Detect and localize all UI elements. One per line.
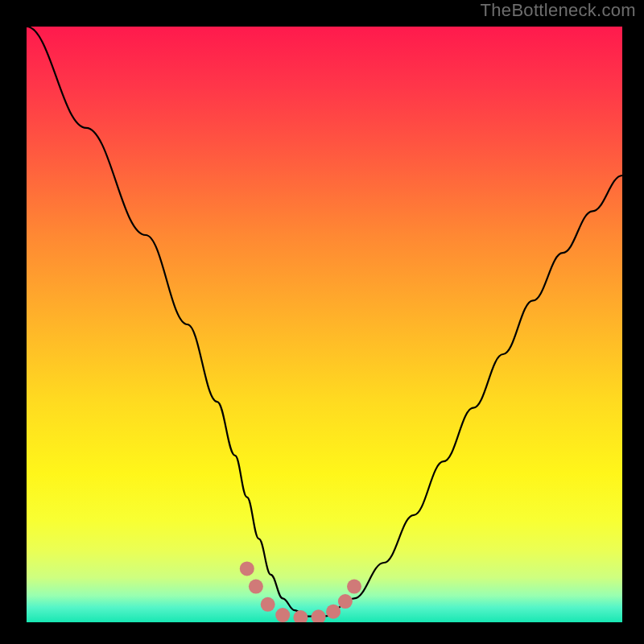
plot-background [27, 27, 622, 622]
curve-marker [338, 594, 353, 609]
curve-marker [249, 580, 263, 594]
curve-marker [261, 597, 275, 612]
curve-marker [240, 561, 254, 576]
watermark-text: TheBottleneck.com [481, 0, 636, 21]
chart-frame: TheBottleneck.com [0, 0, 644, 644]
curve-marker [275, 608, 290, 622]
curve-marker [347, 580, 361, 594]
bottleneck-chart [27, 27, 622, 622]
curve-marker [326, 605, 341, 619]
